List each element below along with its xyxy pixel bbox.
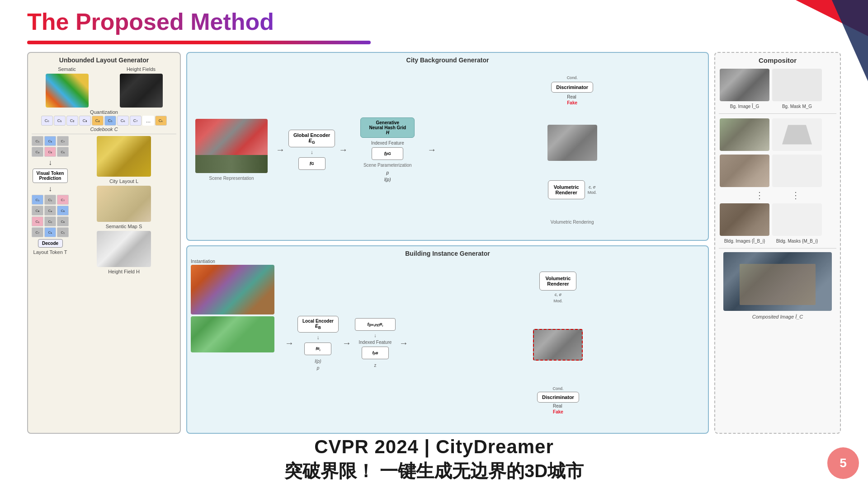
left-panel: Unbounded Layout Generator Sematic Heigh… <box>27 52 181 434</box>
codebook-cell-2: C₂ <box>66 116 78 126</box>
bg-image-content <box>720 69 769 101</box>
scene-rep-area: Scene Representation <box>191 66 272 235</box>
fp-b2-box: fpB <box>362 347 389 359</box>
scene-3d-object <box>195 119 268 173</box>
bldg-mask-2-content <box>772 155 822 187</box>
bldg-gen-inner: Instantiation → Local EncoderEB ↓ fBi l(… <box>191 259 704 428</box>
token-cell: C₁ <box>44 227 56 237</box>
sematic-map-image <box>46 74 89 108</box>
dots-right: ⋮ <box>791 191 800 200</box>
vol-renderer-bg: VolumetricRenderer <box>548 180 585 199</box>
city-layout-label: City Layout L <box>109 178 138 184</box>
decode-box: Decode <box>38 239 63 248</box>
compositor-panel: Compositor Bg. Image Î_G Bg. Mask M_G <box>714 52 841 434</box>
bldg-generator-panel: Building Instance Generator Instantiatio… <box>186 245 709 434</box>
city-render-image <box>547 125 597 161</box>
real-label-bg: Real <box>567 94 577 99</box>
arrow-bldg-3: → <box>399 259 408 428</box>
token-cell: C₄ <box>32 147 43 157</box>
codebook-cell-1: C₁ <box>54 116 66 126</box>
bldg-mask-shape <box>782 125 812 144</box>
bldg-image-2-content <box>720 155 769 187</box>
token-cell: C₀ <box>44 216 56 226</box>
token-cell: C₂ <box>57 216 69 226</box>
layout-token-label: Layout Token T <box>33 249 67 255</box>
composited-image <box>723 252 832 311</box>
codebook-cell-7: C₇ <box>130 116 142 126</box>
bldg-image-1-content <box>720 118 769 151</box>
token-cell: C₁ <box>44 136 56 146</box>
vol-render-bldg-area: VolumetricRenderer c, σ Mod. Cond. Discr… <box>412 259 704 428</box>
city-layout-3d <box>97 136 151 177</box>
bldg-mask-1-content <box>772 118 822 151</box>
quantization-label: Quantization <box>32 109 176 115</box>
arrow-down-2: ↓ <box>48 185 52 193</box>
divider <box>32 134 176 134</box>
arrow-down: ↓ <box>48 159 52 167</box>
bldg-images-label: Bldg. Images {Î_B_i} <box>724 239 765 244</box>
bg-mask <box>772 69 822 101</box>
codebook-cell-0: C₀ <box>41 116 53 126</box>
real-label-bldg: Real <box>553 404 563 408</box>
bg-image-label: Bg. Image Î_G <box>730 104 759 109</box>
local-encoder-area: Local EncoderEB ↓ fBi l(p) p <box>297 259 339 428</box>
token-cell: C₄ <box>44 206 56 216</box>
middle-panel: City Background Generator Scene Represen… <box>186 52 709 434</box>
token-cell: C₅ <box>44 195 56 205</box>
arrow-bldg-1: → <box>285 259 294 428</box>
bg-generator-title: City Background Generator <box>191 56 704 64</box>
compositor-row-1: Bg. Image Î_G Bg. Mask M_G <box>719 68 836 110</box>
bldg-image-2 <box>720 155 769 187</box>
fg-box: fG <box>298 157 326 170</box>
arrow-bldg-2: → <box>342 259 351 428</box>
token-cell: C₇ <box>32 227 43 237</box>
codebook-row: C₀ C₁ C₂ C₃ C₄ C₅ C₆ C₇ ... Cₖ <box>32 116 176 126</box>
bldg-3d-image <box>191 265 274 314</box>
progress-bar <box>27 41 371 44</box>
token-cell: C₆ <box>32 216 43 226</box>
bottom-left-section: C₅ C₁ C₇ C₄ C₂ C₆ ↓ Visual TokenPredicti… <box>32 136 176 274</box>
height-fields-label: Height Fields <box>127 66 156 72</box>
vtk-box: Visual TokenPrediction <box>33 169 68 183</box>
composited-image-label: Composited Image Î_C <box>752 314 803 319</box>
bg-generator-panel: City Background Generator Scene Represen… <box>186 52 709 241</box>
bldg-mask-2 <box>772 155 822 187</box>
semantic-map-label: Semantic Map S <box>106 224 142 229</box>
right-sub-col: City Layout L Semantic Map S Height Fiel… <box>71 136 176 274</box>
fake-label-bg: Fake <box>567 100 577 105</box>
vol-render-area: Cond. Discriminator Real Fake Volumetric… <box>440 66 704 235</box>
bg-image <box>720 69 769 101</box>
global-encoder-box: Global EncoderEG <box>288 130 335 147</box>
token-cell: C₅ <box>32 136 43 146</box>
bldg-mask-n <box>772 203 822 236</box>
vol-renderer-bldg: VolumetricRenderer <box>539 272 576 291</box>
bldg-image-1 <box>720 118 769 151</box>
codebook-cell-6: C₆ <box>117 116 129 126</box>
discriminator-box-bldg: Discriminator <box>537 392 579 403</box>
feature-boxes-area: f(px,py)Bi ↓ Indexed Feature fpB z <box>355 259 396 428</box>
height-fields-image <box>120 74 163 108</box>
bldg-image-n <box>720 203 769 236</box>
bldg-generator-title: Building Instance Generator <box>191 250 704 257</box>
codebook-caption: Codebook C <box>32 127 176 132</box>
composited-image-section: Composited Image Î_C <box>719 252 836 319</box>
compositor-dots: ⋮ ⋮ <box>719 190 836 201</box>
sematic-label: Sematic <box>58 66 76 72</box>
token-grid-2: C₅ C₅ C₇ C₃ C₄ C₂ C₆ C₀ C₂ C₇ C₁ C₅ <box>32 195 69 237</box>
scene-param-area: GenerativeNeural Hash GridH Indexed Feat… <box>351 66 424 235</box>
local-encoder-box: Local EncoderEB <box>297 316 339 333</box>
bg-mask-label: Bg. Mask M_G <box>782 104 812 109</box>
bldg-masks-label: Bldg. Masks {M_B_i} <box>776 239 818 244</box>
bottom-text-area: CVPR 2024 | CityDreamer 突破界限！ 一键生成无边界的3D… <box>0 436 868 483</box>
codebook-cell-5: C₅ <box>104 116 116 126</box>
arrow-3: → <box>427 66 436 235</box>
semantic-map-image-bottom <box>97 186 151 222</box>
token-cell: C₆ <box>57 147 69 157</box>
token-cell: C₂ <box>44 147 56 157</box>
scene-rep-label: Scene Representation <box>209 176 254 181</box>
token-grid-1: C₅ C₁ C₇ C₄ C₂ C₆ <box>32 136 69 157</box>
real-fake-bg: Real Fake <box>567 94 577 105</box>
height-field-label: Height Field H <box>108 269 140 274</box>
fp-bldg-box: f(px,py)Bi <box>355 318 396 331</box>
token-cell: C₅ <box>57 227 69 237</box>
